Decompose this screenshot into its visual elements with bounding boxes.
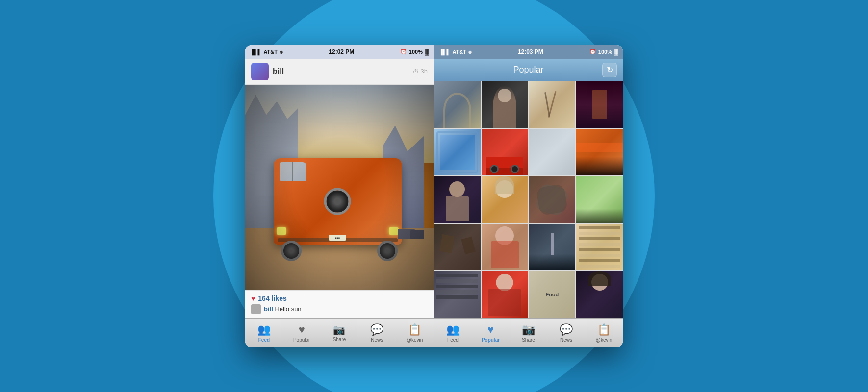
food-photo-bg: Food <box>529 271 576 318</box>
grid-photo-10[interactable] <box>482 176 528 223</box>
grid-photo-14[interactable] <box>482 224 528 270</box>
feed2-icon: 👥 <box>446 323 460 336</box>
comment-avatar <box>251 304 261 314</box>
dark-object1 <box>439 234 455 253</box>
tab2-share[interactable]: 📷 Share <box>510 318 547 347</box>
grid-photo-1[interactable] <box>434 81 481 128</box>
grid-photo-9[interactable] <box>434 176 481 223</box>
grid-photo-17[interactable] <box>434 271 481 318</box>
username-label: bill <box>273 67 284 76</box>
time-ago: ⏱ 3h <box>413 68 428 75</box>
phone2-battery-icon: ▓ <box>614 49 618 55</box>
avatar <box>251 63 269 80</box>
avatar-image <box>251 63 269 80</box>
stripe2 <box>579 232 620 235</box>
likes-count: 164 likes <box>258 294 286 302</box>
news2-icon: 💬 <box>560 323 573 336</box>
share2-icon: 📷 <box>522 323 535 336</box>
refresh-button[interactable]: ↻ <box>602 63 617 77</box>
stripe7 <box>579 259 620 262</box>
dstripe4 <box>436 290 478 294</box>
portrait6-hair <box>588 271 611 286</box>
tab-news[interactable]: 💬 News <box>358 318 396 347</box>
photos-grid: Food <box>434 81 623 318</box>
main-photo[interactable]: ■■■ <box>245 85 434 290</box>
grid-photo-15[interactable] <box>529 224 576 270</box>
tab2-news[interactable]: 💬 News <box>547 318 585 347</box>
grid-photo-19[interactable]: Food <box>529 271 576 318</box>
red-portrait-body <box>491 241 519 268</box>
phone2-carrier: AT&T <box>452 49 466 55</box>
dark-object2 <box>461 237 476 255</box>
phone1-status-bar: ▐▌▌ AT&T ⌾ 12:02 PM ⏰ 100% ▓ <box>245 45 434 59</box>
comment-username: bill <box>264 305 273 313</box>
comment-row: bill Hello sun <box>251 304 428 314</box>
grid-photo-16[interactable] <box>576 224 623 270</box>
phone1-alarm-icon: ⏰ <box>400 49 407 55</box>
corridor-bg <box>576 81 623 128</box>
portrait5-body <box>488 289 521 316</box>
grid-photo-20[interactable] <box>576 271 623 318</box>
grid-photo-7[interactable] <box>529 129 576 175</box>
vignette <box>245 85 434 290</box>
phone2-header: Popular ↻ <box>434 59 623 81</box>
phone1-signal-icon: ▐▌▌ <box>250 49 261 55</box>
rope2 <box>545 92 551 117</box>
comment-body: Hello sun <box>275 305 301 313</box>
tab-share[interactable]: 📷 Share <box>321 318 358 347</box>
phone1-battery: ⏰ 100% ▓ <box>400 49 429 55</box>
tab2-kevin[interactable]: 📋 @kevin <box>585 318 623 347</box>
dstripe5 <box>436 295 478 299</box>
tab-kevin[interactable]: 📋 @kevin <box>396 318 434 347</box>
tab-feed[interactable]: 👥 Feed <box>245 318 283 347</box>
grid-photo-13[interactable] <box>434 224 481 270</box>
photo-background: ■■■ <box>245 85 434 290</box>
feed2-label: Feed <box>447 337 459 343</box>
stripe8 <box>579 265 620 268</box>
phone1-wifi-icon: ⌾ <box>280 49 283 55</box>
comment-text: bill Hello sun <box>264 305 302 313</box>
photo-caption: ♥ 164 likes bill Hello sun <box>245 290 434 318</box>
likes-row: ♥ 164 likes <box>251 294 428 302</box>
tab2-feed[interactable]: 👥 Feed <box>434 318 472 347</box>
grid-photo-5[interactable] <box>434 129 481 175</box>
stripe3 <box>579 237 620 240</box>
phone1-time: 12:02 PM <box>329 49 354 55</box>
blonde-hair <box>495 176 514 194</box>
car-wheel-l <box>490 165 499 173</box>
phone2-alarm-icon: ⏰ <box>589 49 596 55</box>
phone2-battery: ⏰ 100% ▓ <box>589 49 618 55</box>
grid-photo-11[interactable] <box>529 176 576 223</box>
grid-photo-4[interactable] <box>576 81 623 128</box>
tab2-popular[interactable]: ♥ Popular <box>472 318 510 347</box>
grid-photo-18[interactable] <box>482 271 528 318</box>
user-info: bill <box>251 63 284 80</box>
phone1-battery-pct: 100% <box>409 49 423 55</box>
glasses-object2 <box>536 183 568 216</box>
time-ago-value: 3h <box>421 68 428 75</box>
grid-photo-2[interactable] <box>482 81 528 128</box>
grid-photo-12[interactable] <box>576 176 623 223</box>
popular-label: Popular <box>293 337 310 343</box>
tab-popular[interactable]: ♥ Popular <box>283 318 321 347</box>
phone2-signal-area: ▐▌▌ AT&T ⌾ <box>439 49 472 55</box>
phone1-battery-icon: ▓ <box>425 49 429 55</box>
news-icon: 💬 <box>370 323 383 336</box>
grid-photo-3[interactable] <box>529 81 576 128</box>
stripe5 <box>579 248 620 251</box>
news2-label: News <box>560 337 572 343</box>
grid-photo-6[interactable] <box>482 129 528 175</box>
share2-label: Share <box>522 337 535 343</box>
kevin2-icon: 📋 <box>597 323 611 336</box>
feed-icon: 👥 <box>257 323 271 336</box>
phone2-time: 12:03 PM <box>518 49 543 55</box>
painting-inner <box>440 135 475 170</box>
phone2-battery-pct: 100% <box>598 49 612 55</box>
dstripe1 <box>436 274 478 277</box>
share-icon: 📷 <box>333 324 345 336</box>
dstripe3 <box>436 285 478 288</box>
share-label: Share <box>333 337 346 342</box>
grid-photo-8[interactable] <box>576 129 623 175</box>
popular2-icon: ♥ <box>487 323 494 336</box>
feed-label: Feed <box>258 337 270 343</box>
